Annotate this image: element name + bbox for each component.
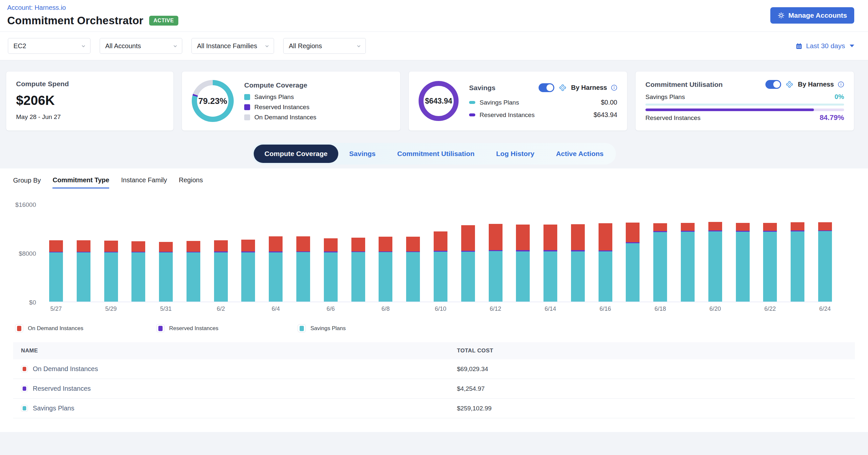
- segment-savings-plans: [351, 252, 365, 302]
- segment-on-demand-instances: [104, 241, 118, 252]
- segment-savings-plans: [159, 252, 173, 302]
- chart-legend-item-on-demand-instances[interactable]: On Demand Instances: [15, 324, 156, 332]
- segment-savings-plans: [763, 232, 777, 302]
- page-title: Commitment Orchestrator: [7, 14, 143, 27]
- savings-by-harness-toggle[interactable]: [538, 83, 554, 92]
- chart-legend-label: Savings Plans: [310, 325, 346, 332]
- chart-legend-item-reserved-instances[interactable]: Reserved Instances: [156, 324, 298, 332]
- segment-on-demand-instances: [516, 224, 530, 250]
- legend-swatch: [21, 365, 28, 372]
- group-by-label: Group By: [13, 176, 41, 184]
- toggle-knob: [547, 84, 553, 91]
- savings-by-harness-label: By Harness: [571, 84, 607, 91]
- bar-6-15: [571, 224, 585, 302]
- ri-utilisation-bar: [645, 109, 844, 111]
- group-by-option-regions[interactable]: Regions: [179, 176, 203, 188]
- table-name-cell: Reserved Instances: [21, 385, 457, 392]
- bar-6-1: [187, 241, 200, 302]
- tab-compute-coverage[interactable]: Compute Coverage: [254, 145, 339, 163]
- table-row-on-demand-instances: On Demand Instances$69,029.34: [13, 359, 855, 379]
- x-tick-label: 6/10: [435, 305, 446, 312]
- coverage-table: NAME TOTAL COST On Demand Instances$69,0…: [13, 342, 855, 418]
- regions-select[interactable]: All Regions: [283, 38, 366, 54]
- savings-total: $643.94: [425, 97, 452, 105]
- legend-swatch: [244, 94, 250, 100]
- col-name: NAME: [21, 347, 457, 354]
- segment-on-demand-instances: [489, 224, 502, 250]
- savings-card: $643.94 Savings: [408, 71, 627, 131]
- bar-6-6: 6/6: [324, 238, 338, 302]
- segment-savings-plans: [598, 251, 612, 302]
- segment-savings-plans: [324, 252, 338, 302]
- col-total-cost: TOTAL COST: [457, 347, 855, 354]
- segment-savings-plans: [571, 251, 585, 302]
- savings-row-value: $643.94: [594, 111, 617, 119]
- y-tick-label: $16000: [13, 201, 36, 209]
- segment-savings-plans: [214, 252, 228, 302]
- group-by-option-instance-family[interactable]: Instance Family: [121, 176, 167, 188]
- table-row-total-cost: $69,029.34: [457, 365, 855, 373]
- tab-active-actions[interactable]: Active Actions: [545, 145, 614, 163]
- table-name-cell: Savings Plans: [21, 404, 457, 412]
- group-by-options: Commitment TypeInstance FamilyRegions: [53, 176, 203, 188]
- bar-5-29: 5/29: [104, 241, 118, 302]
- x-tick-label: 6/20: [709, 305, 721, 312]
- x-tick-label: 6/16: [599, 305, 611, 312]
- accounts-select[interactable]: All Accounts: [100, 38, 182, 54]
- x-tick-label: 6/18: [655, 305, 666, 312]
- x-tick-label: 6/8: [381, 305, 390, 312]
- instance-family-select-value: All Instance Families: [197, 42, 257, 50]
- chart-legend-item-savings-plans[interactable]: Savings Plans: [298, 324, 439, 332]
- legend-swatch: [469, 114, 475, 116]
- bar-6-18: 6/18: [653, 223, 667, 302]
- bar-6-11: [461, 225, 475, 302]
- savings-row-label: Savings Plans: [479, 99, 597, 106]
- segment-on-demand-instances: [241, 240, 255, 251]
- group-by-option-commitment-type[interactable]: Commitment Type: [53, 176, 109, 188]
- chart-legend: On Demand InstancesReserved InstancesSav…: [13, 324, 855, 332]
- savings-row-value: $0.00: [601, 99, 617, 106]
- compute-spend-card: Compute Spend $206K May 28 - Jun 27: [6, 71, 174, 131]
- sp-utilisation-bar: [645, 103, 844, 105]
- date-range-value: Last 30 days: [806, 42, 845, 50]
- segment-savings-plans: [461, 252, 475, 302]
- chart-plot: 5/275/295/316/26/46/66/86/106/126/146/16…: [49, 194, 832, 302]
- tab-log-history[interactable]: Log History: [486, 145, 546, 163]
- chevron-down-icon: [173, 43, 178, 49]
- sp-utilisation-label: Savings Plans: [645, 93, 685, 101]
- manage-accounts-button[interactable]: Manage Accounts: [770, 7, 854, 24]
- tab-savings[interactable]: Savings: [338, 145, 386, 163]
- gear-icon: [778, 12, 785, 19]
- info-icon[interactable]: [611, 85, 617, 91]
- segment-savings-plans: [104, 252, 118, 302]
- bar-6-2: 6/2: [214, 240, 228, 302]
- utilisation-by-harness-toggle[interactable]: [766, 80, 781, 89]
- service-select-value: EC2: [13, 42, 26, 50]
- tabs-section: Compute CoverageSavingsCommitment Utilis…: [0, 143, 868, 164]
- segment-savings-plans: [406, 252, 420, 302]
- harness-logo-icon: [558, 83, 567, 92]
- tab-commitment-utilisation[interactable]: Commitment Utilisation: [386, 145, 486, 163]
- legend-swatch: [298, 324, 306, 332]
- legend-swatch: [244, 104, 250, 110]
- legend-swatch: [244, 114, 250, 120]
- bar-6-12: 6/12: [489, 224, 502, 302]
- instance-family-select[interactable]: All Instance Families: [191, 38, 274, 54]
- x-tick-label: 6/22: [765, 305, 776, 312]
- info-icon[interactable]: [838, 81, 844, 88]
- service-select[interactable]: EC2: [8, 38, 90, 54]
- sp-utilisation-value: 0%: [835, 93, 844, 101]
- date-range-picker[interactable]: Last 30 days: [795, 42, 854, 50]
- segment-on-demand-instances: [544, 224, 557, 250]
- segment-savings-plans: [489, 251, 502, 302]
- segment-on-demand-instances: [296, 236, 310, 251]
- x-tick-label: 5/29: [105, 305, 117, 312]
- manage-accounts-label: Manage Accounts: [788, 11, 847, 19]
- bar-6-22: 6/22: [763, 223, 777, 302]
- segment-on-demand-instances: [653, 223, 667, 231]
- account-breadcrumb-link[interactable]: Account: Harness.io: [7, 4, 178, 11]
- bar-6-13: [516, 224, 530, 302]
- segment-on-demand-instances: [571, 224, 585, 250]
- coverage-legend-label: On Demand Instances: [254, 114, 316, 121]
- coverage-legend: Savings PlansReserved InstancesOn Demand…: [244, 93, 391, 121]
